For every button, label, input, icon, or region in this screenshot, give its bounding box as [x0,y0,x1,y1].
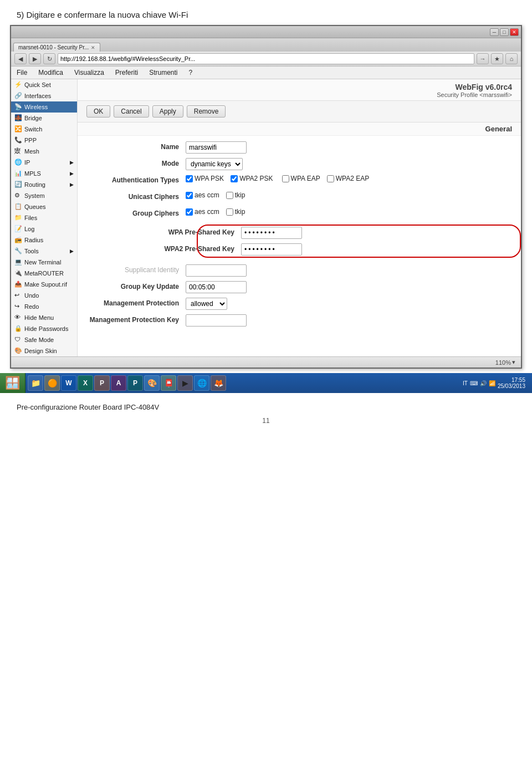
taskbar-app-project[interactable]: P [127,375,143,391]
sidebar-item-quickset[interactable]: ⚡ Quick Set [11,79,77,90]
sidebar-item-switch[interactable]: 🔀 Switch [11,124,77,135]
zoom-dropdown-icon[interactable]: ▾ [512,359,515,366]
group-key-control [186,281,247,293]
sidebar-item-hidepasswords[interactable]: 🔒 Hide Passwords [11,323,77,334]
name-input[interactable] [186,141,247,154]
go-button[interactable]: → [477,53,489,64]
tray-volume-icon[interactable]: 🔊 [480,380,487,386]
tab-close-icon[interactable]: ✕ [91,45,95,50]
switch-icon: 🔀 [14,125,22,133]
sidebar-item-routing[interactable]: 🔄 Routing ▶ [11,179,77,190]
supplicant-input[interactable] [186,264,247,277]
wpa2-key-input[interactable] [241,243,302,256]
form-row-mgmt-protection-key: Management Protection Key [89,314,510,327]
menu-file[interactable]: File [14,68,29,78]
unicast-aes-checkbox[interactable] [186,192,193,199]
sidebar-item-wireless[interactable]: 📡 Wireless [11,101,77,113]
taskbar-app-outlook[interactable]: 🟠 [44,375,60,391]
form-row-group-ciphers: Group Ciphers aes ccm tkip [89,208,510,220]
sidebar-item-makesupout[interactable]: 📤 Make Supout.rif [11,279,77,290]
taskbar-app-access[interactable]: A [111,375,126,391]
sidebar-item-newterminal[interactable]: 💻 New Terminal [11,257,77,268]
sidebar-item-radius[interactable]: 📻 Radius [11,234,77,246]
unicast-aes-item[interactable]: aes ccm [186,191,219,199]
taskbar-app-word[interactable]: W [61,375,76,391]
system-icon: ⚙ [14,192,22,200]
sidebar-item-files[interactable]: 📁 Files [11,212,77,223]
mode-select[interactable]: dynamic keys [186,158,243,170]
wpa2-psk-item[interactable]: WPA2 PSK [231,175,273,182]
sidebar-item-interfaces[interactable]: 🔗 Interfaces [11,90,77,101]
taskbar-app-firefox[interactable]: 🦊 [211,375,226,391]
start-button[interactable]: 🪟 [0,373,25,393]
wpa-psk-checkbox[interactable] [186,175,193,182]
ok-button[interactable]: OK [86,105,110,118]
minimize-button[interactable]: ─ [490,28,499,36]
group-tkip-checkbox[interactable] [226,208,233,216]
taskbar-app-powerpoint[interactable]: P [94,375,110,391]
home-button[interactable]: ⌂ [505,53,518,64]
mgmt-protection-select[interactable]: allowed disabled required [186,298,227,310]
wpa2-eap-item[interactable]: WPA2 EAP [327,175,369,182]
menu-visualizza[interactable]: Visualizza [72,68,106,78]
sidebar-item-redo[interactable]: ↪ Redo [11,301,77,312]
address-bar[interactable] [58,53,474,64]
group-aes-item[interactable]: aes ccm [186,208,219,216]
sidebar: ⚡ Quick Set 🔗 Interfaces 📡 Wireless 🌉 Br… [11,79,78,356]
mgmt-protection-key-input[interactable] [186,314,247,327]
menu-guida[interactable]: ? [187,68,195,78]
sidebar-item-queues[interactable]: 📋 Queues [11,201,77,212]
sidebar-item-bridge[interactable]: 🌉 Bridge [11,113,77,124]
back-button[interactable]: ◀ [14,53,27,64]
taskbar-app-excel[interactable]: X [78,375,93,391]
apply-button[interactable]: Apply [152,105,183,118]
group-aes-checkbox[interactable] [186,208,193,216]
sidebar-item-tools[interactable]: 🔧 Tools ▶ [11,246,77,257]
taskbar-app-ie[interactable]: 🌐 [194,375,209,391]
close-button[interactable]: ✕ [510,28,519,36]
sidebar-item-hidemenu[interactable]: 👁 Hide Menu [11,312,77,323]
wpa-eap-checkbox[interactable] [282,175,289,182]
group-tkip-item[interactable]: tkip [226,208,245,216]
unicast-tkip-item[interactable]: tkip [226,191,245,199]
sidebar-item-system[interactable]: ⚙ System [11,190,77,201]
page-heading: 5) Digitare e confermare la nuova chiave… [0,0,532,25]
sidebar-item-log[interactable]: 📝 Log [11,223,77,234]
taskbar-app-mail[interactable]: 📮 [161,375,176,391]
sidebar-item-mesh[interactable]: 🕸 Mesh [11,146,77,157]
sidebar-item-metarouter[interactable]: 🔌 MetaROUTER [11,268,77,279]
wpa-key-input[interactable] [241,227,302,239]
forward-button[interactable]: ▶ [29,53,41,64]
sidebar-label-log: Log [24,226,34,232]
group-key-label: Group Key Update [89,281,186,290]
maximize-button[interactable]: □ [500,28,509,36]
taskbar-app-folder[interactable]: 📁 [28,375,43,391]
sidebar-item-ppp[interactable]: 📞 PPP [11,135,77,146]
group-key-input[interactable] [186,281,247,293]
wpa2-eap-checkbox[interactable] [327,175,334,182]
remove-button[interactable]: Remove [187,105,226,118]
refresh-button[interactable]: ↻ [43,53,55,64]
sidebar-item-designskin[interactable]: 🎨 Design Skin [11,345,77,356]
sidebar-item-ip[interactable]: 🌐 IP ▶ [11,157,77,168]
browser-titlebar: ─ □ ✕ [11,26,521,38]
taskbar-app-paint[interactable]: 🎨 [144,375,160,391]
wpa-eap-item[interactable]: WPA EAP [282,175,320,182]
sidebar-item-undo[interactable]: ↩ Undo [11,290,77,301]
sidebar-item-safemode[interactable]: 🛡 Safe Mode [11,334,77,345]
menu-modifica[interactable]: Modifica [36,68,65,78]
taskbar: 🪟 📁 🟠 W X P A P 🎨 📮 ▶ 🌐 🦊 IT ⌨ 🔊 📶 17:55… [0,373,532,393]
wpa2-psk-checkbox[interactable] [231,175,238,182]
wpa-key-control [241,227,302,239]
unicast-tkip-checkbox[interactable] [226,192,233,199]
tray-network-icon[interactable]: 📶 [489,380,495,386]
browser-tab-1[interactable]: marsnet-0010 - Security Pr... ✕ [13,43,100,52]
wpa-psk-item[interactable]: WPA PSK [186,175,224,182]
sidebar-item-mpls[interactable]: 📊 MPLS ▶ [11,168,77,179]
menu-strumenti[interactable]: Strumenti [147,68,180,78]
menu-preferiti[interactable]: Preferiti [113,68,140,78]
taskbar-app-media[interactable]: ▶ [177,375,193,391]
routing-icon: 🔄 [14,181,22,188]
cancel-button[interactable]: Cancel [114,105,149,118]
star-button[interactable]: ★ [491,53,503,64]
